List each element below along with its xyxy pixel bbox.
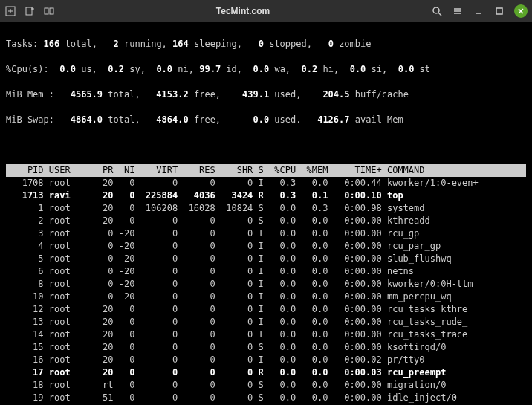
table-row: 6 root 0 -20 0 0 0 I 0.0 0.0 0:00.00 net… bbox=[6, 265, 526, 278]
table-row: 19 root -51 0 0 0 0 S 0.0 0.0 0:00.00 id… bbox=[6, 392, 526, 404]
table-row: 17 root 20 0 0 0 0 R 0.0 0.0 0:00.03 rcu… bbox=[6, 366, 526, 379]
blank-line bbox=[6, 139, 526, 152]
search-icon[interactable] bbox=[431, 5, 443, 17]
menu-icon[interactable] bbox=[452, 5, 464, 17]
summary-swap: MiB Swap: 4864.0 total, 4864.0 free, 0.0… bbox=[6, 114, 526, 126]
svg-rect-7 bbox=[50, 8, 53, 14]
new-tab-icon[interactable] bbox=[4, 5, 16, 17]
svg-point-8 bbox=[433, 7, 439, 13]
table-row: 1708 root 20 0 0 0 0 I 0.3 0.0 0:00.44 k… bbox=[6, 177, 526, 189]
table-row: 2 root 20 0 0 0 0 S 0.0 0.0 0:00.00 kthr… bbox=[6, 215, 526, 227]
summary-tasks: Tasks: 166 total, 2 running, 164 sleepin… bbox=[6, 38, 526, 51]
svg-rect-6 bbox=[45, 8, 48, 14]
svg-rect-3 bbox=[26, 7, 32, 15]
svg-line-9 bbox=[438, 13, 441, 16]
table-row: 13 root 20 0 0 0 0 I 0.0 0.0 0:00.00 rcu… bbox=[6, 316, 526, 328]
table-row: 1 root 20 0 106208 16028 10824 S 0.0 0.3… bbox=[6, 202, 526, 215]
titlebar: TecMint.com bbox=[0, 0, 532, 22]
terminal-window: TecMint.com Tasks: 166 total, 2 running,… bbox=[0, 0, 532, 405]
maximize-icon[interactable] bbox=[493, 5, 505, 17]
table-row: 16 root 20 0 0 0 0 I 0.0 0.0 0:00.02 pr/… bbox=[6, 354, 526, 366]
titlebar-right bbox=[431, 4, 528, 18]
table-row: 12 root 20 0 0 0 0 I 0.0 0.0 0:00.00 rcu… bbox=[6, 303, 526, 316]
table-row: 14 root 20 0 0 0 0 I 0.0 0.0 0:00.00 rcu… bbox=[6, 328, 526, 341]
split-icon[interactable] bbox=[43, 5, 55, 17]
table-row: 3 root 0 -20 0 0 0 I 0.0 0.0 0:00.00 rcu… bbox=[6, 227, 526, 240]
process-list: PID USER PR NI VIRT RES SHR S %CPU %MEM … bbox=[6, 164, 526, 405]
column-header: PID USER PR NI VIRT RES SHR S %CPU %MEM … bbox=[6, 164, 526, 177]
summary-cpu: %Cpu(s): 0.0 us, 0.2 sy, 0.0 ni, 99.7 id… bbox=[6, 63, 526, 76]
table-row: 15 root 20 0 0 0 0 S 0.0 0.0 0:00.00 kso… bbox=[6, 341, 526, 354]
new-window-icon[interactable] bbox=[24, 5, 36, 17]
titlebar-left bbox=[4, 5, 55, 17]
table-row: 18 root rt 0 0 0 0 S 0.0 0.0 0:00.00 mig… bbox=[6, 379, 526, 392]
table-row: 4 root 0 -20 0 0 0 I 0.0 0.0 0:00.00 rcu… bbox=[6, 240, 526, 253]
close-icon[interactable] bbox=[514, 4, 528, 18]
minimize-icon[interactable] bbox=[473, 5, 484, 17]
table-row: 8 root 0 -20 0 0 0 I 0.0 0.0 0:00.00 kwo… bbox=[6, 278, 526, 291]
table-row: 5 root 0 -20 0 0 0 I 0.0 0.0 0:00.00 slu… bbox=[6, 253, 526, 265]
terminal-body[interactable]: Tasks: 166 total, 2 running, 164 sleepin… bbox=[0, 22, 532, 405]
summary-mem: MiB Mem : 4565.9 total, 4153.2 free, 439… bbox=[6, 88, 526, 101]
table-row: 10 root 0 -20 0 0 0 I 0.0 0.0 0:00.00 mm… bbox=[6, 291, 526, 303]
svg-rect-14 bbox=[496, 8, 502, 14]
table-row: 1713 ravi 20 0 225884 4036 3424 R 0.3 0.… bbox=[6, 189, 526, 202]
window-title: TecMint.com bbox=[55, 6, 431, 16]
